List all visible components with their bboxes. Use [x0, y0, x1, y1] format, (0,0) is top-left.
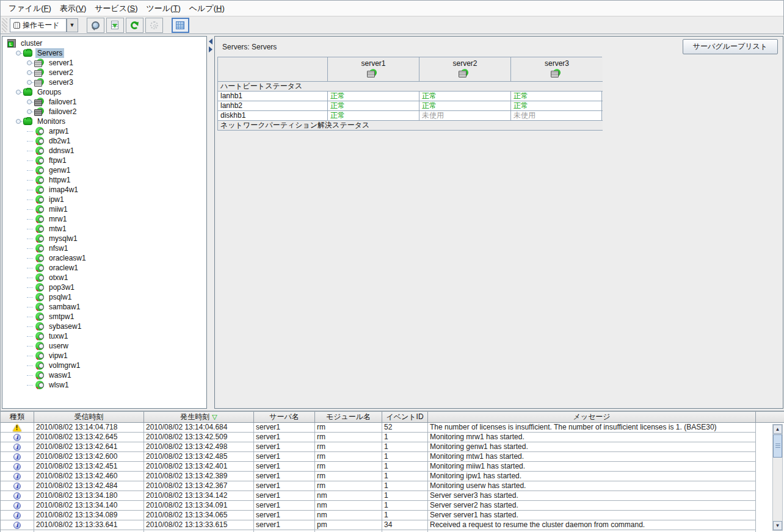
- collapse-left-icon[interactable]: [209, 38, 212, 45]
- log-row[interactable]: i2010/08/02 13:13:34.1802010/08/02 13:13…: [1, 491, 784, 501]
- tree-expand-handle-icon[interactable]: [27, 99, 32, 104]
- tree-item-wasw1[interactable]: wasw1: [2, 370, 206, 380]
- tree-item-server1[interactable]: server1: [2, 58, 206, 68]
- log-cell-received: 2010/08/02 13:14:04.718: [34, 423, 144, 433]
- chevron-down-icon: ▼: [70, 22, 75, 28]
- log-row[interactable]: i2010/08/02 13:13:42.6452010/08/02 13:13…: [1, 433, 784, 442]
- tree-item-wlsw1[interactable]: wlsw1: [2, 380, 206, 390]
- tree-expand-handle-icon[interactable]: [16, 51, 21, 56]
- menu-item-t[interactable]: ツール(T): [142, 1, 184, 16]
- tree-item-userw[interactable]: userw: [2, 341, 206, 351]
- tree-item-failover1[interactable]: failover1: [2, 97, 206, 107]
- tree-expand-handle-icon[interactable]: [27, 70, 32, 75]
- tree-item-server2[interactable]: server2: [2, 68, 206, 77]
- menu-item-h[interactable]: ヘルプ(H): [185, 1, 229, 16]
- operation-mode-combo[interactable]: 操作モード: [10, 18, 67, 32]
- collect-logs-button[interactable]: [106, 18, 124, 33]
- tree-connector: [27, 278, 33, 278]
- log-row[interactable]: i2010/08/02 13:13:34.0892010/08/02 13:13…: [1, 511, 784, 520]
- log-col-message[interactable]: メッセージ: [428, 412, 756, 423]
- tree-item-volmgrw1[interactable]: volmgrw1: [2, 361, 206, 370]
- collapse-right-icon[interactable]: [209, 46, 212, 52]
- status-value: 正常: [419, 101, 511, 111]
- tree-item-label: mtw1: [47, 224, 68, 234]
- tree-item-genw1[interactable]: genw1: [2, 165, 206, 175]
- log-row[interactable]: i2010/08/02 13:13:42.6412010/08/02 13:13…: [1, 442, 784, 452]
- splitpane-divider[interactable]: [208, 36, 214, 409]
- log-cell-server: server1: [254, 472, 315, 481]
- search-button[interactable]: [87, 18, 104, 33]
- tree-item-tuxw1[interactable]: tuxw1: [2, 331, 206, 341]
- log-cell-module: rm: [315, 423, 382, 433]
- log-vertical-scrollbar[interactable]: ▲ ▼: [772, 424, 783, 531]
- log-col-eventid[interactable]: イベントID: [382, 412, 428, 423]
- tree-item-vipw1[interactable]: vipw1: [2, 351, 206, 361]
- menu-item-s[interactable]: サービス(S): [90, 1, 142, 16]
- tree-item-httpw1[interactable]: httpw1: [2, 175, 206, 185]
- log-cell-received: 2010/08/02 13:13:42.484: [34, 481, 144, 491]
- log-row[interactable]: i2010/08/02 13:13:34.1402010/08/02 13:13…: [1, 501, 784, 511]
- server-icon: [34, 59, 44, 67]
- tree-item-sybasew1[interactable]: sybasew1: [2, 322, 206, 331]
- log-col-type[interactable]: 種類: [1, 412, 34, 423]
- server-group-list-button[interactable]: サーバグループリスト: [683, 39, 778, 54]
- tree-item-imap4w1[interactable]: imap4w1: [2, 185, 206, 195]
- log-row[interactable]: 2010/08/02 13:14:04.7182010/08/02 13:14:…: [1, 423, 784, 433]
- tree-item-miiw1[interactable]: miiw1: [2, 204, 206, 214]
- tree-item-oraclew1[interactable]: oraclew1: [2, 263, 206, 273]
- tree-item-label: failover2: [47, 107, 78, 117]
- tree-expand-handle-icon[interactable]: [16, 119, 21, 124]
- tree-item-pop3w1[interactable]: pop3w1: [2, 282, 206, 292]
- tree-expand-handle-icon[interactable]: [27, 60, 32, 65]
- log-cell-message: The number of licenses is insufficient. …: [428, 423, 756, 433]
- toolbar-grip[interactable]: [2, 18, 7, 32]
- log-cell-event_id: 1: [382, 433, 428, 442]
- log-col-server[interactable]: サーバ名: [254, 412, 315, 423]
- scroll-up-icon[interactable]: ▲: [773, 425, 782, 434]
- log-col-module[interactable]: モジュール名: [315, 412, 382, 423]
- tree-item-mtw1[interactable]: mtw1: [2, 224, 206, 234]
- log-col-received[interactable]: 受信時刻: [34, 412, 144, 423]
- scrollbar-thumb[interactable]: [773, 434, 782, 458]
- alert-log-panel: 種類 受信時刻 発生時刻▽ サーバ名 モジュール名 イベントID メッセージ 2…: [1, 411, 784, 532]
- tree-item-ipw1[interactable]: ipw1: [2, 195, 206, 204]
- tree-item-nfsw1[interactable]: nfsw1: [2, 243, 206, 253]
- tree-item-mrw1[interactable]: mrw1: [2, 214, 206, 224]
- log-row[interactable]: i2010/08/02 13:13:42.4602010/08/02 13:13…: [1, 472, 784, 481]
- menu-item-v[interactable]: 表示(V): [56, 1, 90, 16]
- log-row[interactable]: i2010/08/02 13:13:42.4512010/08/02 13:13…: [1, 462, 784, 472]
- tree-expand-handle-icon[interactable]: [27, 109, 32, 114]
- integrated-manager-button[interactable]: [172, 18, 189, 33]
- tree-item-oracleasw1[interactable]: oracleasw1: [2, 253, 206, 263]
- menu-item-f[interactable]: ファイル(F): [4, 1, 56, 16]
- tree-expand-handle-icon[interactable]: [27, 80, 32, 85]
- tree-item-Servers[interactable]: Servers: [2, 48, 206, 58]
- log-row[interactable]: i2010/08/02 13:13:42.4842010/08/02 13:13…: [1, 481, 784, 491]
- tree-item-arpw1[interactable]: arpw1: [2, 126, 206, 136]
- tree-item-psqlw1[interactable]: psqlw1: [2, 292, 206, 302]
- tree-item-smtpw1[interactable]: smtpw1: [2, 312, 206, 322]
- tree-item-Groups[interactable]: Groups: [2, 87, 206, 97]
- tree-item-sambaw1[interactable]: sambaw1: [2, 302, 206, 312]
- tree-item-label: nfsw1: [47, 243, 70, 253]
- tree-expand-handle-icon[interactable]: [16, 90, 21, 95]
- sort-descending-icon: ▽: [212, 413, 217, 420]
- options-button[interactable]: [145, 18, 163, 33]
- tree-item-db2w1[interactable]: db2w1: [2, 136, 206, 146]
- tree-item-cluster[interactable]: Lcluster: [2, 38, 206, 48]
- tree-item-server3[interactable]: server3: [2, 77, 206, 87]
- log-row[interactable]: i2010/08/02 13:13:33.6412010/08/02 13:13…: [1, 520, 784, 530]
- tree-item-Monitors[interactable]: Monitors: [2, 117, 206, 126]
- log-row[interactable]: i2010/08/02 13:13:42.6002010/08/02 13:13…: [1, 452, 784, 462]
- operation-mode-dropdown-button[interactable]: ▼: [67, 18, 78, 32]
- tree-item-otxw1[interactable]: otxw1: [2, 273, 206, 282]
- tree-item-ftpw1[interactable]: ftpw1: [2, 156, 206, 165]
- reload-button[interactable]: [126, 18, 143, 33]
- scroll-down-icon[interactable]: ▼: [773, 521, 782, 530]
- monitor-icon: [35, 146, 44, 155]
- tree-item-ddnsw1[interactable]: ddnsw1: [2, 146, 206, 156]
- server-column-header: server2: [419, 57, 511, 82]
- tree-item-mysqlw1[interactable]: mysqlw1: [2, 234, 206, 243]
- tree-item-failover2[interactable]: failover2: [2, 107, 206, 117]
- log-col-occurred[interactable]: 発生時刻▽: [144, 412, 254, 423]
